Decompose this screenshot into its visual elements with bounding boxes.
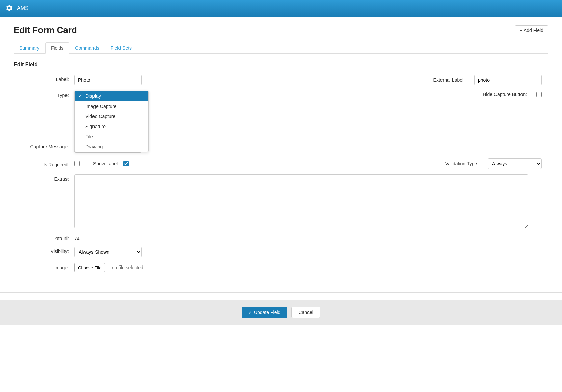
dropdown-item-label-file: File bbox=[85, 134, 93, 139]
is-required-col-left: Is Required: Show Label: bbox=[14, 158, 278, 169]
label-col-right: External Label: bbox=[278, 75, 549, 85]
image-row: Image: Choose File no file selected bbox=[14, 263, 548, 272]
label-two-col: Label: External Label: bbox=[14, 75, 548, 85]
edit-field-section: Edit Field Label: External Label: bbox=[14, 62, 548, 272]
hide-capture-button-label: Hide Capture Button: bbox=[483, 92, 527, 97]
is-required-two-col: Is Required: Show Label: Validation Type… bbox=[14, 158, 548, 169]
label-input[interactable] bbox=[74, 75, 142, 85]
gear-icon bbox=[5, 4, 14, 13]
type-dropdown-menu[interactable]: ✓ Display Image Capture Video Capture bbox=[74, 91, 149, 152]
image-field: Choose File no file selected bbox=[74, 263, 548, 272]
data-id-value: 74 bbox=[74, 234, 80, 241]
tab-commands[interactable]: Commands bbox=[69, 42, 105, 54]
visibility-label: Visibility: bbox=[14, 247, 74, 254]
page-header: Edit Form Card + Add Field bbox=[14, 25, 548, 35]
dropdown-item-label-drawing: Drawing bbox=[85, 144, 103, 149]
is-required-col-right: Validation Type: Always Never Conditiona… bbox=[278, 158, 549, 169]
extras-row: Extras: bbox=[14, 174, 548, 228]
extras-textarea[interactable] bbox=[74, 174, 528, 228]
page-title: Edit Form Card bbox=[14, 25, 77, 35]
is-required-checkbox[interactable] bbox=[74, 161, 80, 166]
tab-summary[interactable]: Summary bbox=[14, 42, 45, 54]
dropdown-item-signature[interactable]: Signature bbox=[75, 121, 148, 132]
type-row: Type: ✓ Display Image Capture bbox=[14, 91, 548, 98]
is-required-row: Is Required: Show Label: Validation Type… bbox=[14, 158, 548, 169]
no-file-text: no file selected bbox=[112, 265, 143, 270]
tab-fields[interactable]: Fields bbox=[45, 42, 69, 54]
dropdown-item-display[interactable]: ✓ Display bbox=[75, 91, 148, 101]
external-label-input[interactable] bbox=[474, 75, 542, 85]
main-wrapper: Edit Form Card + Add Field Summary Field… bbox=[0, 17, 562, 392]
update-field-button[interactable]: ✓ Update Field bbox=[242, 307, 287, 318]
choose-file-button[interactable]: Choose File bbox=[74, 263, 105, 272]
capture-message-field-label: Capture Message: bbox=[14, 142, 74, 149]
navbar-brand: AMS bbox=[17, 5, 29, 11]
external-label-text: External Label: bbox=[433, 77, 465, 83]
tab-field-sets[interactable]: Field Sets bbox=[105, 42, 137, 54]
label-field-label: Label: bbox=[14, 75, 74, 82]
data-id-label: Data Id: bbox=[14, 234, 74, 241]
is-required-label: Is Required: bbox=[14, 160, 74, 167]
label-row: Label: External Label: bbox=[14, 75, 548, 85]
validation-type-select[interactable]: Always Never Conditional bbox=[488, 158, 542, 169]
add-field-button[interactable]: + Add Field bbox=[515, 25, 548, 35]
section-title: Edit Field bbox=[14, 62, 548, 68]
dropdown-item-file[interactable]: File bbox=[75, 132, 148, 142]
data-id-row: Data Id: 74 bbox=[14, 234, 548, 241]
dropdown-item-label-image-capture: Image Capture bbox=[85, 104, 117, 109]
footer-divider bbox=[0, 292, 562, 293]
dropdown-item-video-capture[interactable]: Video Capture bbox=[75, 111, 148, 121]
page-content: Edit Form Card + Add Field Summary Field… bbox=[0, 17, 562, 286]
validation-type-label: Validation Type: bbox=[445, 161, 478, 166]
dropdown-item-label-video-capture: Video Capture bbox=[85, 114, 115, 119]
cancel-button[interactable]: Cancel bbox=[291, 307, 320, 318]
type-field-label: Type: bbox=[14, 91, 74, 98]
show-label-text: Show Label: bbox=[93, 161, 119, 166]
navbar: AMS bbox=[0, 0, 562, 17]
show-label-checkbox[interactable] bbox=[123, 161, 129, 166]
type-two-col: Type: ✓ Display Image Capture bbox=[14, 91, 548, 98]
type-col-left: Type: ✓ Display Image Capture bbox=[14, 91, 278, 98]
type-col-right: Hide Capture Button: bbox=[278, 91, 549, 98]
dropdown-item-label-display: Display bbox=[85, 93, 101, 99]
image-label: Image: bbox=[14, 263, 74, 270]
dropdown-item-drawing[interactable]: Drawing bbox=[75, 142, 148, 152]
visibility-select[interactable]: Always Shown Hidden Conditional bbox=[74, 247, 142, 257]
label-col-left: Label: bbox=[14, 75, 278, 85]
visibility-row: Visibility: Always Shown Hidden Conditio… bbox=[14, 247, 548, 257]
capture-message-col-right bbox=[278, 142, 549, 153]
hide-capture-button-checkbox[interactable] bbox=[536, 92, 542, 97]
dropdown-item-image-capture[interactable]: Image Capture bbox=[75, 101, 148, 111]
check-mark-display: ✓ bbox=[79, 94, 83, 99]
footer-bar: ✓ Update Field Cancel bbox=[0, 300, 562, 325]
dropdown-item-label-signature: Signature bbox=[85, 124, 106, 129]
extras-label: Extras: bbox=[14, 174, 74, 182]
tabs-container: Summary Fields Commands Field Sets bbox=[14, 42, 548, 54]
